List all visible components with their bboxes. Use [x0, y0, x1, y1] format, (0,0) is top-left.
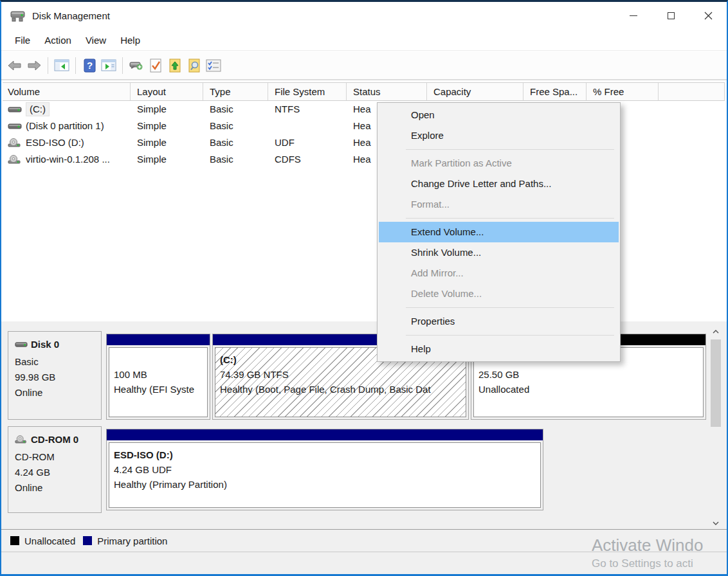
column-header-volume[interactable]: Volume — [3, 83, 131, 100]
screen: Disk Management File Action View Help — [0, 0, 728, 576]
menu-file[interactable]: File — [8, 32, 37, 48]
title-bar: Disk Management — [1, 2, 727, 30]
menu-item-properties[interactable]: Properties — [379, 311, 619, 332]
help-button[interactable]: ? — [80, 56, 99, 75]
disk-icon — [8, 123, 22, 130]
column-header-layout[interactable]: Layout — [131, 83, 203, 100]
cdrom-icon — [8, 138, 22, 147]
folder-search-icon — [188, 59, 201, 73]
menu-item-change-drive-letter[interactable]: Change Drive Letter and Paths... — [379, 174, 619, 194]
menu-item-explore[interactable]: Explore — [379, 125, 619, 146]
disk-name: Disk 0 — [31, 339, 59, 350]
toolbar: ? — [1, 51, 727, 80]
column-header-status[interactable]: Status — [347, 83, 427, 100]
maximize-icon — [668, 12, 675, 19]
partition-size: 74.39 GB NTFS — [220, 367, 466, 382]
forward-icon — [27, 60, 41, 71]
folder-search-button[interactable] — [185, 56, 204, 75]
legend-bar: Unallocated Primary partition — [1, 529, 727, 552]
close-button[interactable] — [689, 2, 727, 30]
show-action-pane-icon — [101, 59, 116, 71]
legend-unallocated: Unallocated — [10, 536, 75, 546]
partition-status: Healthy (EFI Syste — [114, 382, 207, 397]
volume-type: Basic — [203, 134, 268, 151]
window-title: Disk Management — [32, 10, 110, 21]
menu-item-open[interactable]: Open — [379, 105, 619, 125]
toolbar-separator — [75, 57, 76, 74]
check-status-button[interactable] — [146, 56, 165, 75]
disk-status: Online — [15, 385, 96, 401]
disk-size: 4.24 GB — [15, 465, 96, 480]
disk-status: Online — [15, 480, 96, 496]
menu-item-delete-volume: Delete Volume... — [379, 284, 619, 304]
toolbar-separator — [48, 57, 48, 74]
menu-separator — [406, 149, 614, 150]
column-header-percent-free[interactable]: % Free — [587, 83, 659, 100]
context-menu: Open Explore Mark Partition as Active Ch… — [377, 102, 621, 362]
menu-action[interactable]: Action — [37, 32, 78, 48]
partition-status: Healthy (Boot, Page File, Crash Dump, Ba… — [220, 382, 466, 397]
scroll-up-button[interactable] — [710, 326, 722, 338]
volume-layout: Simple — [131, 118, 203, 134]
menu-item-help[interactable]: Help — [379, 339, 619, 359]
volume-layout: Simple — [131, 151, 203, 168]
volume-file-system: NTFS — [268, 101, 347, 118]
column-header-type[interactable]: Type — [203, 83, 268, 100]
app-icon — [10, 9, 26, 23]
folder-up-button[interactable] — [165, 56, 185, 75]
rescan-disks-button[interactable] — [127, 56, 146, 75]
disk0-label-box[interactable]: Disk 0 Basic 99.98 GB Online — [8, 331, 102, 420]
partition-size: 4.24 GB UDF — [114, 462, 540, 477]
menu-item-mark-partition-active: Mark Partition as Active — [379, 153, 619, 174]
disk-kind: Basic — [15, 354, 96, 370]
volume-name: (Disk 0 partition 1) — [26, 118, 104, 134]
volume-name: (C:) — [26, 102, 50, 116]
menu-view[interactable]: View — [78, 32, 113, 48]
volume-type: Basic — [203, 101, 268, 118]
check-status-icon — [149, 59, 162, 73]
menu-bar: File Action View Help — [1, 30, 727, 51]
partition-status: Healthy (Primary Partition) — [114, 477, 540, 492]
disk-kind: CD-ROM — [15, 449, 96, 465]
window-controls — [615, 2, 727, 30]
menu-item-shrink-volume[interactable]: Shrink Volume... — [379, 242, 619, 263]
menu-separator — [406, 335, 614, 336]
menu-item-extend-volume[interactable]: Extend Volume... — [379, 222, 619, 242]
show-console-tree-icon — [54, 59, 69, 71]
legend-primary-partition: Primary partition — [83, 536, 167, 546]
unallocated-swatch — [10, 536, 19, 545]
scrollbar-thumb[interactable] — [711, 339, 721, 427]
close-icon — [704, 12, 713, 20]
scroll-down-button[interactable] — [710, 518, 722, 529]
column-header-blank — [659, 83, 725, 100]
volume-layout: Simple — [131, 134, 203, 151]
legend-label: Unallocated — [24, 536, 75, 546]
disk-size: 99.98 GB — [15, 370, 96, 385]
vertical-scrollbar[interactable] — [710, 326, 722, 529]
cdrom0-label-box[interactable]: CD-ROM 0 CD-ROM 4.24 GB Online — [8, 426, 102, 513]
task-list-button[interactable] — [204, 56, 223, 75]
volume-type: Basic — [203, 118, 268, 134]
back-button[interactable] — [5, 56, 24, 75]
toolbar-separator — [122, 57, 123, 74]
column-header-capacity[interactable]: Capacity — [427, 83, 523, 100]
menu-item-format: Format... — [379, 194, 619, 215]
partition-efi[interactable]: 100 MB Healthy (EFI Syste — [106, 334, 210, 420]
minimize-button[interactable] — [615, 2, 652, 30]
maximize-button[interactable] — [652, 2, 689, 30]
show-console-tree-button[interactable] — [52, 56, 71, 75]
menu-help[interactable]: Help — [113, 32, 147, 48]
rescan-disks-icon — [129, 60, 144, 71]
column-header-free-space[interactable]: Free Spa... — [523, 83, 587, 100]
forward-button[interactable] — [24, 56, 44, 75]
partition-esd-iso[interactable]: ESD-ISO (D:) 4.24 GB UDF Healthy (Primar… — [106, 429, 543, 510]
legend-label: Primary partition — [97, 536, 167, 546]
partition-band — [107, 334, 210, 345]
column-header-file-system[interactable]: File System — [268, 83, 347, 100]
volume-type: Basic — [203, 151, 268, 168]
volume-name: ESD-ISO (D:) — [26, 134, 84, 151]
status-bar — [1, 552, 727, 574]
partition-name — [114, 352, 207, 367]
show-action-pane-button[interactable] — [99, 56, 118, 75]
disk-icon — [8, 106, 22, 113]
